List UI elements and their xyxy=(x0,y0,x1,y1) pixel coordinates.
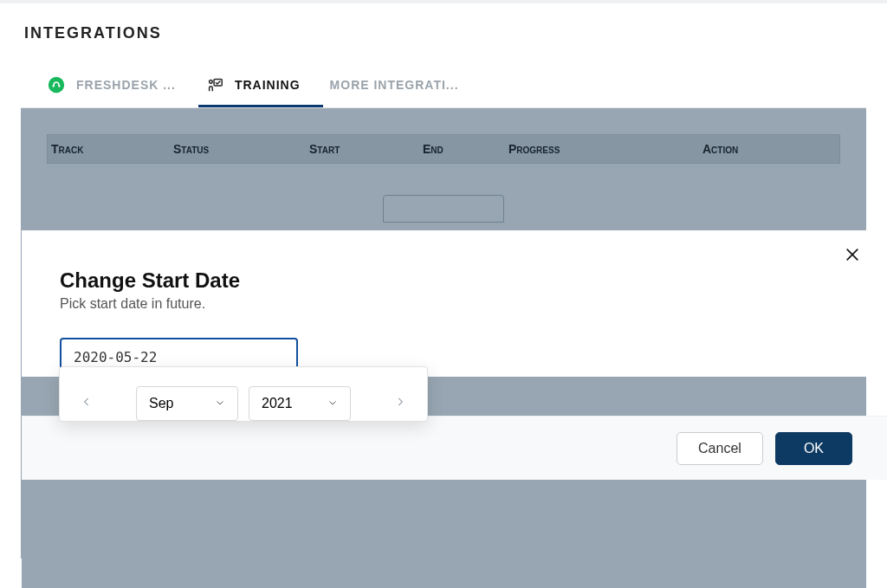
th-action: Action xyxy=(699,142,839,156)
tab-label: TRAINING xyxy=(235,78,301,92)
freshdesk-icon xyxy=(47,75,66,94)
tab-freshdesk[interactable]: FRESHDESK ... xyxy=(40,75,198,107)
th-track: Track xyxy=(48,142,170,156)
panel-lower xyxy=(22,480,866,588)
cancel-button[interactable]: Cancel xyxy=(677,432,763,465)
th-progress: Progress xyxy=(505,142,699,156)
modal-title: Change Start Date xyxy=(60,268,849,293)
svg-rect-2 xyxy=(59,85,61,87)
svg-point-0 xyxy=(49,77,64,93)
year-select[interactable]: 2021 xyxy=(249,386,351,421)
month-select[interactable]: Sep xyxy=(136,386,238,421)
month-value: Sep xyxy=(149,396,173,411)
chevron-down-icon xyxy=(215,396,225,411)
svg-point-3 xyxy=(209,81,212,84)
close-icon[interactable] xyxy=(844,246,861,267)
prev-month-button[interactable] xyxy=(75,392,98,415)
svg-rect-1 xyxy=(53,85,55,87)
hidden-button-outline xyxy=(383,195,504,223)
th-status: Status xyxy=(170,142,306,156)
page-title: INTEGRATIONS xyxy=(0,3,887,51)
datepicker: Sep 2021 xyxy=(59,366,428,422)
training-icon xyxy=(205,75,224,94)
datepicker-selects: Sep 2021 xyxy=(136,386,351,421)
chevron-down-icon xyxy=(327,396,338,411)
modal-subtitle: Pick start date in future. xyxy=(60,296,849,312)
th-start: Start xyxy=(306,142,419,156)
tab-label: MORE INTEGRATI... xyxy=(330,78,459,92)
th-end: End xyxy=(419,142,505,156)
tab-training[interactable]: TRAINING xyxy=(198,75,323,107)
next-month-button[interactable] xyxy=(389,392,411,415)
modal-footer: Cancel OK xyxy=(22,416,887,480)
modal: Change Start Date Pick start date in fut… xyxy=(22,230,887,377)
year-value: 2021 xyxy=(262,396,293,411)
tab-more-integrations[interactable]: MORE INTEGRATI... xyxy=(323,75,482,107)
tab-label: FRESHDESK ... xyxy=(76,78,176,92)
ok-button[interactable]: OK xyxy=(775,432,852,465)
page-root: INTEGRATIONS FRESHDESK ... TRAINING MORE… xyxy=(0,0,887,588)
table-header: Track Status Start End Progress Action xyxy=(47,134,840,164)
tabs: FRESHDESK ... TRAINING MORE INTEGRATI... xyxy=(21,51,866,108)
